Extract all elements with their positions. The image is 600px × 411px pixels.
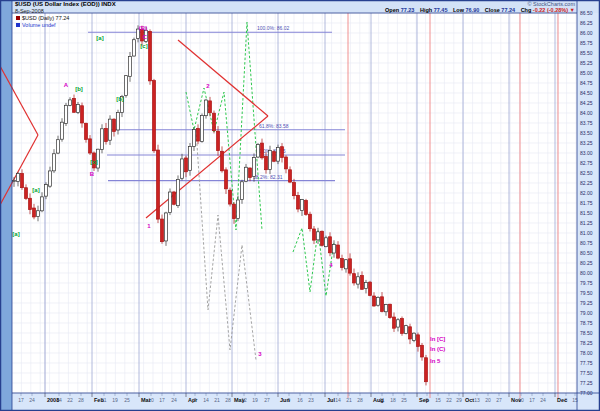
week-axis-label: 22: [67, 397, 73, 403]
high-value: 77.45: [434, 7, 448, 13]
price-axis-label: 82.00: [580, 190, 593, 196]
candle-body: [73, 98, 76, 112]
price-axis-label: 83.75: [580, 120, 593, 126]
candle-body: [17, 173, 20, 181]
chg-label: Chg: [521, 7, 532, 13]
week-axis-label: 18: [390, 397, 396, 403]
price-axis-label: 82.50: [580, 170, 593, 176]
candle-body: [101, 129, 104, 150]
week-axis-label: 29: [456, 397, 462, 403]
candle-body: [69, 100, 72, 106]
candle-body: [385, 305, 388, 312]
candle-body: [333, 244, 336, 253]
low-label: Low: [453, 7, 464, 13]
candle-body: [197, 128, 200, 141]
week-axis-label: 24: [540, 397, 546, 403]
month-axis-label: Dec: [557, 397, 567, 403]
close-value: 77.24: [501, 7, 515, 13]
wave-label: [b]: [116, 96, 124, 102]
month-axis-label: Jul: [327, 397, 335, 403]
week-axis-label: 17: [18, 397, 24, 403]
candle-body: [169, 192, 172, 213]
price-axis-label: 82.25: [580, 180, 593, 186]
candle-body: [13, 181, 16, 182]
price-axis-label: 79.25: [580, 300, 593, 306]
price-axis-label: 86.50: [580, 10, 593, 16]
wave-label: [a]: [32, 187, 39, 193]
candle-body: [49, 171, 52, 186]
price-axis-label: 84.75: [580, 80, 593, 86]
candle-body: [281, 147, 284, 158]
price-chart-canvas: 100.0%: 86.0261.8%: 83.5850.0%: 82.9538.…: [0, 0, 600, 411]
chart-date: 8-Sep-2008: [15, 8, 44, 14]
month-axis-label: Nov: [511, 397, 522, 403]
month-axis-label: Mar: [141, 397, 152, 403]
price-axis-label: 77.75: [580, 360, 593, 366]
candle-body: [25, 188, 28, 199]
week-axis-label: 25: [124, 397, 130, 403]
candle-body: [405, 326, 408, 334]
candle-body: [53, 154, 56, 171]
candle-body: [389, 304, 392, 317]
price-axis-label: 86.00: [580, 30, 593, 36]
candle-body: [193, 129, 196, 146]
price-series-swatch: [16, 16, 20, 20]
candle-body: [241, 182, 244, 200]
candle-body: [133, 40, 136, 56]
week-axis-label: 14: [335, 397, 341, 403]
price-axis-label: 79.75: [580, 280, 593, 286]
chg-arrow-icon: ▼: [570, 7, 575, 13]
candle-body: [213, 113, 216, 130]
candle-body: [265, 157, 268, 170]
week-axis-label: 17: [159, 397, 165, 403]
candle-body: [421, 345, 424, 357]
legend-price-text: $USD (Daily) 77.24: [22, 15, 69, 21]
candle-body: [185, 158, 188, 172]
wave-label: [c]: [140, 43, 147, 49]
month-axis-label: Feb: [94, 397, 104, 403]
fib-label: 38.2%: 82.31: [253, 174, 283, 180]
candle-body: [113, 119, 116, 131]
candle-body: [425, 358, 428, 382]
week-axis-label: 27: [496, 397, 502, 403]
week-axis-label: 28: [78, 397, 84, 403]
price-axis-label: 83.25: [580, 140, 593, 146]
candle-body: [321, 231, 324, 245]
candle-body: [181, 159, 184, 178]
candle-body: [329, 237, 332, 253]
price-axis-label: 78.25: [580, 340, 593, 346]
candle-body: [289, 170, 292, 182]
price-axis-label: 77.50: [580, 370, 593, 376]
candle-body: [189, 146, 192, 170]
price-axis-label: 85.75: [580, 40, 593, 46]
candle-body: [237, 200, 240, 218]
candle-body: [413, 333, 416, 340]
price-axis-label: 77.25: [580, 380, 593, 386]
candle-body: [337, 245, 340, 258]
candle-body: [105, 128, 108, 141]
candle-body: [277, 147, 280, 161]
candle-body: [37, 211, 40, 217]
candle-body: [221, 151, 224, 171]
candle-body: [269, 150, 272, 169]
wave-label: (B): [139, 25, 147, 31]
candle-body: [89, 139, 92, 153]
week-axis-label: 22: [446, 397, 452, 403]
week-axis-label: 23: [308, 397, 314, 403]
candle-body: [125, 76, 128, 96]
candle-body: [309, 214, 312, 228]
open-value: 77.23: [401, 7, 415, 13]
price-axis-label: 84.00: [580, 110, 593, 116]
price-axis-label: 78.50: [580, 330, 593, 336]
candle-body: [261, 143, 264, 158]
price-axis-label: 78.00: [580, 350, 593, 356]
wave-label: [x]: [90, 159, 97, 165]
candle-body: [273, 152, 276, 162]
week-axis-label: 17: [529, 397, 535, 403]
candle-body: [301, 200, 304, 211]
candle-body: [341, 259, 344, 268]
price-axis-label: 78.75: [580, 320, 593, 326]
candle-body: [293, 183, 296, 196]
candle-body: [369, 282, 372, 295]
candle-body: [257, 145, 260, 157]
